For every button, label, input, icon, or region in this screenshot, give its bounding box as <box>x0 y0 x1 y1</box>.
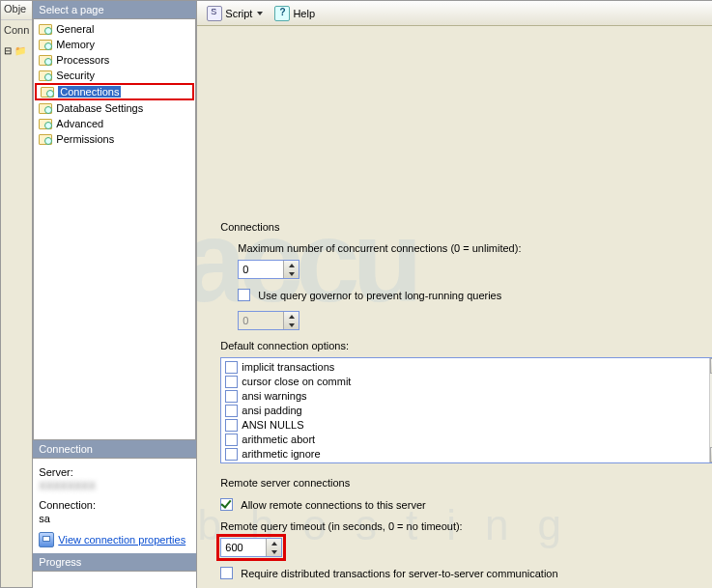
page-icon <box>40 85 55 98</box>
query-governor-label: Use query governor to prevent long-runni… <box>258 290 501 301</box>
default-options-listbox[interactable]: implicit transactions cursor close on co… <box>220 357 712 463</box>
page-general[interactable]: General <box>34 21 195 37</box>
remote-group-label: Remote server connections <box>220 477 712 489</box>
connection-properties-icon <box>39 532 54 547</box>
allow-remote-label: Allow remote connections to this server <box>241 499 425 511</box>
list-item[interactable]: implicit transactions <box>225 360 705 375</box>
object-explorer-header: Obje <box>1 1 32 20</box>
spin-down-icon[interactable] <box>284 269 299 278</box>
progress-header: Progress <box>33 553 196 571</box>
page-processors[interactable]: Processors <box>34 52 195 68</box>
page-memory[interactable]: Memory <box>34 37 195 52</box>
object-explorer-connect[interactable]: Conn <box>1 20 32 40</box>
page-icon <box>38 22 53 36</box>
connection-value: sa <box>39 513 190 524</box>
option-checkbox[interactable] <box>225 419 238 432</box>
option-checkbox[interactable] <box>225 376 238 388</box>
page-icon <box>38 69 53 82</box>
page-icon <box>38 117 53 130</box>
remote-timeout-input[interactable] <box>220 538 282 557</box>
page-database-settings[interactable]: Database Settings <box>34 100 195 116</box>
help-button[interactable]: Help <box>271 4 319 23</box>
spin-down-icon[interactable] <box>267 547 281 556</box>
page-icon <box>38 53 53 67</box>
page-icon <box>38 38 53 51</box>
spin-down-icon <box>284 321 299 329</box>
script-icon <box>207 6 222 21</box>
option-checkbox[interactable] <box>225 361 238 374</box>
chevron-down-icon <box>257 12 263 15</box>
tree-collapse-icon[interactable]: ⊟ 📁 <box>4 45 29 56</box>
list-item[interactable]: cursor close on commit <box>225 375 705 389</box>
page-advanced[interactable]: Advanced <box>34 116 195 131</box>
query-governor-input <box>238 311 299 330</box>
default-options-label: Default connection options: <box>220 340 712 351</box>
server-properties-dialog: Select a page General Memory Processors … <box>33 1 712 587</box>
connections-group-label: Connections <box>220 221 712 233</box>
help-icon <box>274 6 290 21</box>
toolbar: Script Help <box>197 1 712 26</box>
server-value: XXXXXXXX <box>39 480 190 491</box>
option-checkbox[interactable] <box>225 434 238 446</box>
max-connections-input[interactable] <box>238 260 299 279</box>
option-checkbox[interactable] <box>225 390 238 403</box>
option-checkbox[interactable] <box>225 405 238 417</box>
spin-up-icon[interactable] <box>284 261 299 269</box>
page-icon <box>38 132 53 146</box>
require-distributed-label: Require distributed transactions for ser… <box>241 568 557 579</box>
list-item[interactable]: ansi padding <box>225 404 705 418</box>
script-button[interactable]: Script <box>203 4 267 23</box>
spin-up-icon <box>284 312 299 321</box>
object-explorer-stub: Obje Conn ⊟ 📁 <box>1 1 33 587</box>
list-item[interactable]: arithmetic ignore <box>225 447 705 462</box>
page-connections[interactable]: Connections <box>36 84 193 99</box>
connection-label: Connection: <box>39 499 190 511</box>
allow-remote-checkbox[interactable] <box>220 498 233 511</box>
page-security[interactable]: Security <box>34 68 195 83</box>
option-checkbox[interactable] <box>225 448 238 461</box>
server-label: Server: <box>39 466 190 478</box>
view-connection-properties-link[interactable]: View connection properties <box>58 534 185 546</box>
list-item[interactable]: ANSI NULLS <box>225 418 705 433</box>
remote-timeout-label: Remote query timeout (in seconds, 0 = no… <box>220 520 712 532</box>
query-governor-checkbox[interactable] <box>238 289 250 301</box>
spin-up-icon[interactable] <box>267 539 281 547</box>
require-distributed-checkbox[interactable] <box>220 567 233 579</box>
connection-header: Connection <box>33 440 196 458</box>
page-list: General Memory Processors Security Conne… <box>33 18 196 440</box>
page-permissions[interactable]: Permissions <box>34 131 195 147</box>
list-item[interactable]: ansi warnings <box>225 389 705 404</box>
max-connections-label: Maximum number of concurrent connections… <box>238 242 712 254</box>
select-page-header: Select a page <box>33 1 196 18</box>
page-icon <box>38 101 53 115</box>
list-item[interactable]: arithmetic abort <box>225 433 705 447</box>
